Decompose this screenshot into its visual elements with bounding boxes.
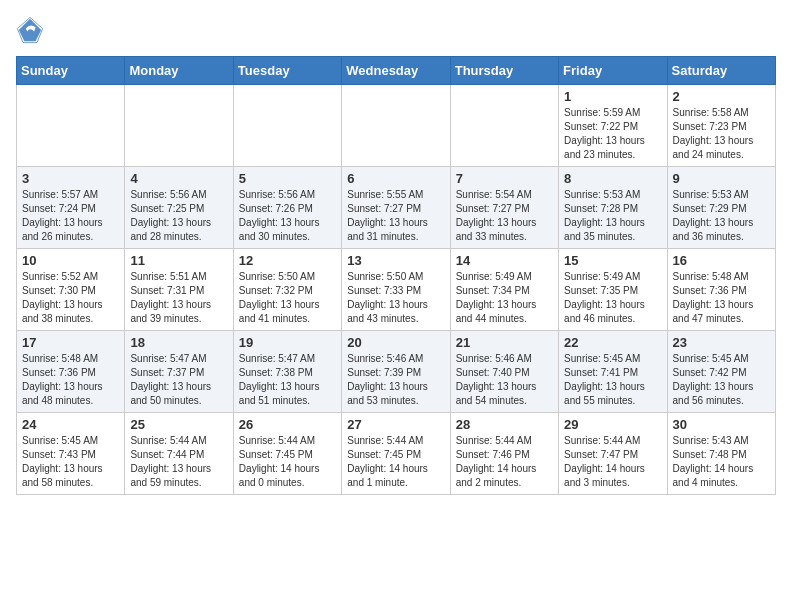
- week-row-3: 17 Sunrise: 5:48 AM Sunset: 7:36 PM Dayl…: [17, 331, 776, 413]
- sunrise: Sunrise: 5:44 AM: [456, 435, 532, 446]
- day-number: 28: [456, 417, 553, 432]
- daylight: Daylight: 14 hours and 0 minutes.: [239, 463, 320, 488]
- day-info: Sunrise: 5:53 AM Sunset: 7:28 PM Dayligh…: [564, 188, 661, 244]
- day-cell: 1 Sunrise: 5:59 AM Sunset: 7:22 PM Dayli…: [559, 85, 667, 167]
- day-cell: 26 Sunrise: 5:44 AM Sunset: 7:45 PM Dayl…: [233, 413, 341, 495]
- day-number: 12: [239, 253, 336, 268]
- day-info: Sunrise: 5:56 AM Sunset: 7:25 PM Dayligh…: [130, 188, 227, 244]
- daylight: Daylight: 13 hours and 47 minutes.: [673, 299, 754, 324]
- sunset: Sunset: 7:42 PM: [673, 367, 747, 378]
- day-info: Sunrise: 5:44 AM Sunset: 7:45 PM Dayligh…: [347, 434, 444, 490]
- sunrise: Sunrise: 5:47 AM: [239, 353, 315, 364]
- sunset: Sunset: 7:31 PM: [130, 285, 204, 296]
- daylight: Daylight: 13 hours and 39 minutes.: [130, 299, 211, 324]
- day-number: 14: [456, 253, 553, 268]
- day-cell: 12 Sunrise: 5:50 AM Sunset: 7:32 PM Dayl…: [233, 249, 341, 331]
- day-cell: 7 Sunrise: 5:54 AM Sunset: 7:27 PM Dayli…: [450, 167, 558, 249]
- daylight: Daylight: 13 hours and 59 minutes.: [130, 463, 211, 488]
- day-number: 5: [239, 171, 336, 186]
- day-number: 7: [456, 171, 553, 186]
- day-number: 30: [673, 417, 770, 432]
- sunset: Sunset: 7:23 PM: [673, 121, 747, 132]
- sunset: Sunset: 7:45 PM: [239, 449, 313, 460]
- day-cell: 23 Sunrise: 5:45 AM Sunset: 7:42 PM Dayl…: [667, 331, 775, 413]
- day-cell: 18 Sunrise: 5:47 AM Sunset: 7:37 PM Dayl…: [125, 331, 233, 413]
- sunrise: Sunrise: 5:49 AM: [564, 271, 640, 282]
- daylight: Daylight: 14 hours and 3 minutes.: [564, 463, 645, 488]
- sunset: Sunset: 7:44 PM: [130, 449, 204, 460]
- daylight: Daylight: 13 hours and 50 minutes.: [130, 381, 211, 406]
- day-info: Sunrise: 5:55 AM Sunset: 7:27 PM Dayligh…: [347, 188, 444, 244]
- day-cell: 8 Sunrise: 5:53 AM Sunset: 7:28 PM Dayli…: [559, 167, 667, 249]
- daylight: Daylight: 13 hours and 54 minutes.: [456, 381, 537, 406]
- daylight: Daylight: 13 hours and 43 minutes.: [347, 299, 428, 324]
- day-info: Sunrise: 5:46 AM Sunset: 7:39 PM Dayligh…: [347, 352, 444, 408]
- sunrise: Sunrise: 5:48 AM: [673, 271, 749, 282]
- day-header-thursday: Thursday: [450, 57, 558, 85]
- day-header-wednesday: Wednesday: [342, 57, 450, 85]
- sunrise: Sunrise: 5:46 AM: [347, 353, 423, 364]
- daylight: Daylight: 13 hours and 28 minutes.: [130, 217, 211, 242]
- sunrise: Sunrise: 5:44 AM: [347, 435, 423, 446]
- sunset: Sunset: 7:25 PM: [130, 203, 204, 214]
- day-cell: 11 Sunrise: 5:51 AM Sunset: 7:31 PM Dayl…: [125, 249, 233, 331]
- day-cell: 24 Sunrise: 5:45 AM Sunset: 7:43 PM Dayl…: [17, 413, 125, 495]
- sunset: Sunset: 7:22 PM: [564, 121, 638, 132]
- day-info: Sunrise: 5:47 AM Sunset: 7:38 PM Dayligh…: [239, 352, 336, 408]
- daylight: Daylight: 13 hours and 44 minutes.: [456, 299, 537, 324]
- day-cell: 28 Sunrise: 5:44 AM Sunset: 7:46 PM Dayl…: [450, 413, 558, 495]
- sunrise: Sunrise: 5:56 AM: [130, 189, 206, 200]
- day-info: Sunrise: 5:49 AM Sunset: 7:34 PM Dayligh…: [456, 270, 553, 326]
- sunset: Sunset: 7:39 PM: [347, 367, 421, 378]
- daylight: Daylight: 13 hours and 24 minutes.: [673, 135, 754, 160]
- day-cell: 15 Sunrise: 5:49 AM Sunset: 7:35 PM Dayl…: [559, 249, 667, 331]
- sunrise: Sunrise: 5:45 AM: [22, 435, 98, 446]
- day-cell: 30 Sunrise: 5:43 AM Sunset: 7:48 PM Dayl…: [667, 413, 775, 495]
- sunset: Sunset: 7:24 PM: [22, 203, 96, 214]
- day-info: Sunrise: 5:51 AM Sunset: 7:31 PM Dayligh…: [130, 270, 227, 326]
- sunrise: Sunrise: 5:44 AM: [564, 435, 640, 446]
- sunrise: Sunrise: 5:50 AM: [239, 271, 315, 282]
- sunset: Sunset: 7:29 PM: [673, 203, 747, 214]
- sunrise: Sunrise: 5:44 AM: [239, 435, 315, 446]
- sunset: Sunset: 7:33 PM: [347, 285, 421, 296]
- daylight: Daylight: 13 hours and 23 minutes.: [564, 135, 645, 160]
- day-info: Sunrise: 5:47 AM Sunset: 7:37 PM Dayligh…: [130, 352, 227, 408]
- day-cell: [450, 85, 558, 167]
- sunrise: Sunrise: 5:46 AM: [456, 353, 532, 364]
- day-number: 19: [239, 335, 336, 350]
- daylight: Daylight: 13 hours and 38 minutes.: [22, 299, 103, 324]
- day-cell: 5 Sunrise: 5:56 AM Sunset: 7:26 PM Dayli…: [233, 167, 341, 249]
- day-number: 2: [673, 89, 770, 104]
- sunset: Sunset: 7:38 PM: [239, 367, 313, 378]
- day-number: 9: [673, 171, 770, 186]
- daylight: Daylight: 13 hours and 51 minutes.: [239, 381, 320, 406]
- sunset: Sunset: 7:45 PM: [347, 449, 421, 460]
- day-cell: 4 Sunrise: 5:56 AM Sunset: 7:25 PM Dayli…: [125, 167, 233, 249]
- daylight: Daylight: 13 hours and 26 minutes.: [22, 217, 103, 242]
- day-number: 3: [22, 171, 119, 186]
- day-number: 1: [564, 89, 661, 104]
- day-cell: 27 Sunrise: 5:44 AM Sunset: 7:45 PM Dayl…: [342, 413, 450, 495]
- day-info: Sunrise: 5:50 AM Sunset: 7:33 PM Dayligh…: [347, 270, 444, 326]
- sunrise: Sunrise: 5:50 AM: [347, 271, 423, 282]
- sunrise: Sunrise: 5:48 AM: [22, 353, 98, 364]
- day-cell: 17 Sunrise: 5:48 AM Sunset: 7:36 PM Dayl…: [17, 331, 125, 413]
- sunrise: Sunrise: 5:53 AM: [673, 189, 749, 200]
- day-number: 10: [22, 253, 119, 268]
- day-cell: [125, 85, 233, 167]
- day-cell: 25 Sunrise: 5:44 AM Sunset: 7:44 PM Dayl…: [125, 413, 233, 495]
- sunset: Sunset: 7:32 PM: [239, 285, 313, 296]
- sunrise: Sunrise: 5:47 AM: [130, 353, 206, 364]
- week-row-0: 1 Sunrise: 5:59 AM Sunset: 7:22 PM Dayli…: [17, 85, 776, 167]
- daylight: Daylight: 13 hours and 56 minutes.: [673, 381, 754, 406]
- day-number: 18: [130, 335, 227, 350]
- sunrise: Sunrise: 5:51 AM: [130, 271, 206, 282]
- day-header-saturday: Saturday: [667, 57, 775, 85]
- day-info: Sunrise: 5:49 AM Sunset: 7:35 PM Dayligh…: [564, 270, 661, 326]
- sunrise: Sunrise: 5:45 AM: [564, 353, 640, 364]
- day-number: 15: [564, 253, 661, 268]
- day-info: Sunrise: 5:48 AM Sunset: 7:36 PM Dayligh…: [22, 352, 119, 408]
- day-number: 11: [130, 253, 227, 268]
- day-info: Sunrise: 5:54 AM Sunset: 7:27 PM Dayligh…: [456, 188, 553, 244]
